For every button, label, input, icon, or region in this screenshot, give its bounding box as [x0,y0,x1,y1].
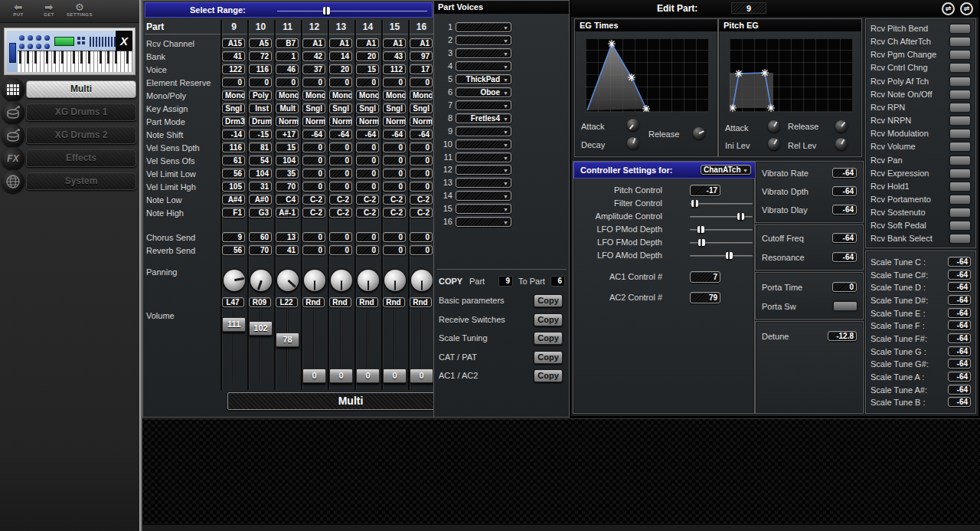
part-voice-dropdown[interactable]: Oboe [456,87,511,97]
value-box[interactable]: A#4 [222,195,245,205]
value-box[interactable]: Sngl [329,103,352,113]
rcv-toggle[interactable] [950,195,970,204]
value-box[interactable]: 70 [249,245,272,255]
rcv-toggle[interactable] [950,182,970,191]
rcv-toggle[interactable] [950,129,970,138]
value-box[interactable]: A5 [249,38,272,48]
value-box[interactable]: Sngl [383,103,406,113]
pitch-inilev-knob[interactable] [768,138,780,150]
value-box[interactable]: 56 [222,169,245,179]
eg-times-graph[interactable] [585,38,709,113]
value-box[interactable]: 97 [410,51,433,61]
pitch-eg-graph[interactable] [729,38,853,113]
value-box[interactable]: 37 [302,64,325,74]
pitch-release-knob[interactable] [835,120,848,133]
value-box[interactable]: C-2 [410,195,433,205]
value-box[interactable]: -64 [302,129,325,139]
value-box[interactable]: 0 [302,232,325,242]
ac1-value[interactable]: 7 [690,271,720,283]
porta-sw-toggle[interactable] [834,302,857,310]
part-voice-dropdown[interactable] [456,152,511,162]
value-box[interactable]: 54 [249,156,272,166]
fader-handle[interactable]: 0 [302,369,326,383]
value-box[interactable]: 0 [383,156,406,166]
sidebar-item-multi[interactable]: Multi [26,80,136,98]
value-box[interactable]: 0 [410,156,433,166]
value-box[interactable]: 0 [356,169,379,179]
slider-handle[interactable] [697,226,704,233]
value-box[interactable]: 13 [276,232,299,242]
value-box[interactable]: A1 [302,38,325,48]
mid-row-value[interactable]: -64 [832,168,857,178]
value-box[interactable]: Sngl [410,103,433,113]
rcv-toggle[interactable] [950,143,970,151]
pan-value-box[interactable]: R09 [249,297,271,307]
scale-tune-value[interactable]: -64 [948,346,971,356]
value-box[interactable]: C4 [276,195,299,205]
value-box[interactable]: A#-1 [276,208,299,218]
rcv-toggle[interactable] [950,208,970,217]
part-voice-dropdown[interactable] [456,139,511,149]
value-box[interactable]: 61 [222,156,245,166]
value-box[interactable]: 60 [249,232,272,242]
part-voice-dropdown[interactable] [456,217,511,227]
part-voice-dropdown[interactable] [456,165,511,175]
value-box[interactable]: 0 [383,143,406,152]
value-box[interactable]: 0 [329,245,352,255]
value-box[interactable]: C-2 [383,208,406,218]
value-box[interactable]: 0 [410,143,433,152]
value-box[interactable]: 104 [276,156,299,166]
value-box[interactable]: 0 [302,182,325,192]
value-box[interactable]: 31 [249,182,272,192]
controller-slider[interactable] [690,227,753,233]
value-box[interactable]: 70 [276,182,299,192]
scale-tune-value[interactable]: -64 [948,320,971,330]
value-box[interactable]: 43 [383,51,406,61]
mid-row-value[interactable]: -64 [832,233,857,243]
part-voice-dropdown[interactable] [456,35,511,45]
eg-release-knob[interactable] [693,127,705,139]
scale-tune-value[interactable]: -64 [948,282,971,292]
value-box[interactable]: 0 [356,245,379,255]
get-button[interactable]: ➡ GET [32,2,66,17]
fader-handle[interactable]: 102 [249,321,273,336]
rcv-toggle[interactable] [950,90,970,99]
controller-slider[interactable] [690,253,753,259]
value-box[interactable]: A1 [356,38,379,48]
transfer-right-icon[interactable]: ⇌ [960,2,973,15]
value-box[interactable]: A#0 [249,195,272,205]
copy-button[interactable]: Copy [534,351,563,364]
value-box[interactable]: 0 [329,156,352,166]
pan-knob[interactable] [358,270,379,291]
pan-value-box[interactable]: Rnd [410,297,432,307]
fader-handle[interactable]: 0 [329,369,353,383]
fader-handle[interactable]: 0 [410,369,433,383]
scale-tune-value[interactable]: -64 [948,270,971,280]
value-box[interactable]: 81 [249,143,272,152]
value-box[interactable]: Mono [276,90,299,100]
value-box[interactable]: Norm [329,116,352,126]
value-box[interactable]: 0 [302,245,325,255]
part-voice-dropdown[interactable] [456,191,511,201]
value-box[interactable]: Mult [276,103,299,113]
value-box[interactable]: 14 [329,51,352,61]
rcv-toggle[interactable] [950,77,970,86]
copy-button[interactable]: Copy [534,313,563,326]
value-box[interactable]: 112 [383,64,406,74]
copy-button[interactable]: Copy [534,332,563,345]
value-box[interactable]: 0 [302,156,325,166]
fader-handle[interactable]: 0 [383,369,407,383]
value-box[interactable]: Norm [276,116,299,126]
value-box[interactable]: Sngl [356,103,379,113]
rcv-toggle[interactable] [950,64,970,72]
pan-knob[interactable] [224,270,245,291]
value-box[interactable]: Mono [356,90,379,100]
value-box[interactable]: 0 [249,77,272,87]
value-box[interactable]: 0 [302,77,325,87]
value-box[interactable]: A15 [222,38,245,48]
copy-button[interactable]: Copy [534,369,563,382]
value-box[interactable]: Mono [410,90,433,100]
value-box[interactable]: C-2 [329,195,352,205]
controller-source-dropdown[interactable]: ChanATch [701,165,751,175]
pan-knob[interactable] [250,270,272,291]
